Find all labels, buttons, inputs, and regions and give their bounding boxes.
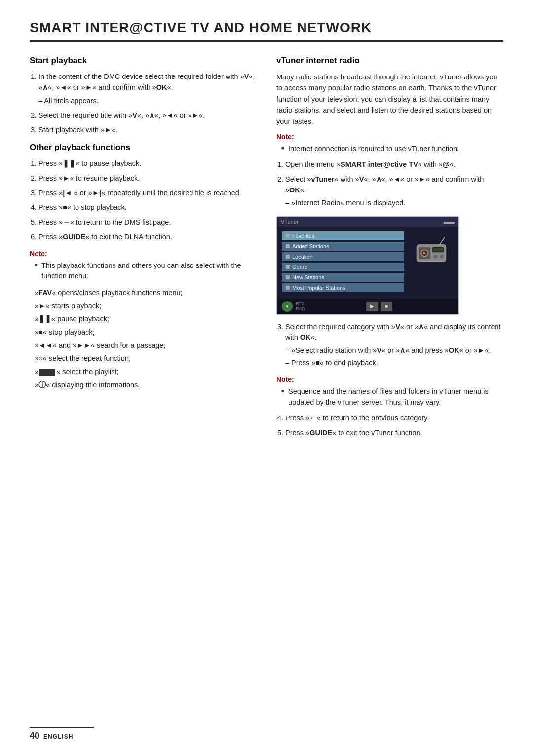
other-playback-title: Other playback functions xyxy=(30,143,257,152)
vtuner-step-3: Select the required category with »V« or… xyxy=(285,322,503,369)
vtuner-power-btn: ● xyxy=(282,301,293,312)
vtuner-ui-label: VTuner xyxy=(281,219,299,225)
left-column: Start playback In the content of the DMC… xyxy=(30,56,257,445)
footer-page-number: 40 xyxy=(30,731,39,741)
vtuner-intro: Many radio stations broadcast through th… xyxy=(276,72,503,127)
vtuner-step-5: Press »GUIDE« to exit the vTuner functio… xyxy=(285,428,503,439)
vtuner-menu: Favorites Added Stations Location Genre xyxy=(282,231,404,294)
func-stop: »■« stop playback; xyxy=(35,326,257,339)
vtuner-note2-item: Sequence and the names of files and fold… xyxy=(281,386,503,408)
vtuner-ui-footer: ● BT1RAD ▶ ■ xyxy=(277,299,458,314)
step-3: Start playback with »►«. xyxy=(38,125,257,136)
page-footer: 40 ENGLISH xyxy=(30,727,94,741)
func-fav: »FAV« opens/closes playback functions me… xyxy=(35,287,257,299)
func-repeat: »○« select the repeat function; xyxy=(35,352,257,365)
func-list: »FAV« opens/closes playback functions me… xyxy=(30,287,257,391)
playback-note-list: This playback functions and others you c… xyxy=(30,261,257,282)
svg-rect-5 xyxy=(433,248,443,251)
vtuner-step-4: Press »←« to return to the previous cate… xyxy=(285,413,503,424)
footer-language: ENGLISH xyxy=(43,733,73,740)
vtuner-steps3: Press »←« to return to the previous cate… xyxy=(276,413,503,439)
vtuner-ui-signal: ▬▬ xyxy=(444,219,455,225)
note-title-playback: Note: xyxy=(30,250,257,258)
vtuner-step-1: Open the menu »SMART inter@ctive TV« wit… xyxy=(285,159,503,170)
opf-step-2: Press »►« to resume playback. xyxy=(38,173,257,184)
vtuner-screenshot: VTuner ▬▬ Favorites Added Stations Locat… xyxy=(276,216,459,315)
vtuner-play-btn: ▶ xyxy=(366,302,378,311)
opf-step-5: Press »←« to return to the DMS list page… xyxy=(38,217,257,228)
step-1-sub: All titels appears. xyxy=(38,95,257,107)
func-pause: »❚❚« pause playback; xyxy=(35,313,257,325)
vtuner-steps1: Open the menu »SMART inter@ctive TV« wit… xyxy=(276,159,503,209)
vtuner-menu-popular: Most Popular Stations xyxy=(282,283,404,292)
vtuner-note2-list: Sequence and the names of files and fold… xyxy=(276,386,503,408)
vtuner-steps2: Select the required category with »V« or… xyxy=(276,322,503,369)
func-playlist: »« select the playlist; xyxy=(35,366,257,378)
step-2: Select the required title with »V«, »∧«,… xyxy=(38,111,257,121)
opf-step-6: Press »GUIDE« to exit the DLNA function. xyxy=(38,232,257,243)
vtuner-menu-favorites: Favorites xyxy=(282,231,404,240)
vtuner-step-3-sub1: »Select radio station with »V« or »∧« an… xyxy=(285,345,503,356)
func-search: »◄◄« and »►►« search for a passage; xyxy=(35,340,257,352)
vtuner-menu-new: New Stations xyxy=(282,273,404,282)
vtuner-stop-btn: ■ xyxy=(381,302,392,311)
opf-step-1: Press »❚❚« to pause playback. xyxy=(38,158,257,169)
svg-point-7 xyxy=(440,254,444,258)
svg-point-6 xyxy=(433,254,437,258)
vtuner-step-3-sub2: Press »■« to end playback. xyxy=(285,357,503,369)
vtuner-step-2: Select »vTuner« with »V«, »∧«, »◄« or »►… xyxy=(285,174,503,209)
note-title-vtuner1: Note: xyxy=(276,133,503,141)
svg-line-8 xyxy=(440,237,445,244)
other-playback-steps: Press »❚❚« to pause playback. Press »►« … xyxy=(30,158,257,243)
radio-icon xyxy=(414,236,449,264)
page-title: SMART INTER@CTIVE TV AND HOME NETWORK xyxy=(30,20,503,42)
func-play: »►« starts playback; xyxy=(35,300,257,312)
opf-step-4: Press »■« to stop playback. xyxy=(38,202,257,213)
vtuner-note1-item: Internet connection is required to use v… xyxy=(281,144,503,154)
start-playback-steps: In the content of the DMC device select … xyxy=(30,72,257,136)
note-title-vtuner2: Note: xyxy=(276,376,503,383)
func-info: »ⓘ« displaying title informations. xyxy=(35,379,257,391)
vtuner-menu-location: Location xyxy=(282,252,404,261)
other-playback-section: Other playback functions Press »❚❚« to p… xyxy=(30,143,257,391)
vtuner-step-2-sub: »Internet Radio« menu is displayed. xyxy=(285,197,503,209)
vtuner-radio-icon-area xyxy=(409,231,454,264)
start-playback-section: Start playback In the content of the DMC… xyxy=(30,56,257,136)
note-item-1: This playback functions and others you c… xyxy=(35,261,257,282)
vtuner-note1-list: Internet connection is required to use v… xyxy=(276,144,503,154)
vtuner-channel-info: BT1RAD xyxy=(296,302,305,311)
start-playback-title: Start playback xyxy=(30,56,257,66)
vtuner-menu-genre: Genre xyxy=(282,263,404,271)
step-1: In the content of the DMC device select … xyxy=(38,72,257,107)
vtuner-section: vTuner internet radio Many radio station… xyxy=(276,56,503,438)
vtuner-menu-added: Added Stations xyxy=(282,242,404,251)
vtuner-title: vTuner internet radio xyxy=(276,56,503,66)
opf-step-3: Press »|◄ « or »►|« repeatedly until the… xyxy=(38,188,257,199)
right-column: vTuner internet radio Many radio station… xyxy=(276,56,503,445)
